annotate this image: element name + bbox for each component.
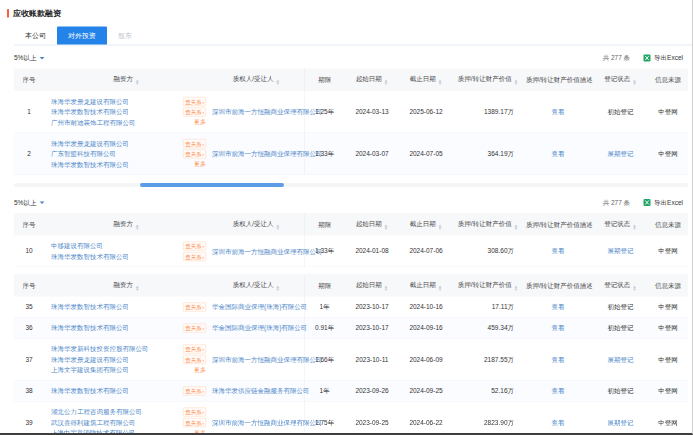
- col-pledgee[interactable]: 质权人/受让人: [209, 213, 304, 236]
- pledgee-link[interactable]: 深圳市前海一方恒融商业保理有限公司: [212, 247, 323, 255]
- financier-link[interactable]: 珠海华发数智技术有限公司: [51, 159, 129, 170]
- financier-link[interactable]: 广州市耐迪装饰工程有限公司: [51, 117, 136, 128]
- sort-icon[interactable]: [632, 285, 636, 291]
- check-relation-tag[interactable]: 查关系: [183, 97, 206, 106]
- pledgee-link[interactable]: 深圳市前海一方恒融商业保理有限公司: [212, 419, 323, 427]
- financier-link[interactable]: 珠海华发数智技术有限公司: [51, 107, 129, 118]
- check-relation-tag[interactable]: 查关系: [183, 139, 206, 148]
- col-end-date[interactable]: 截止日期: [399, 69, 453, 92]
- more-link[interactable]: 更多: [194, 365, 206, 376]
- sort-icon[interactable]: [135, 285, 139, 291]
- financier-link[interactable]: 珠海华发数智技术有限公司: [51, 251, 129, 262]
- status-link[interactable]: 展期登记: [608, 150, 634, 158]
- sort-icon[interactable]: [384, 224, 388, 230]
- sort-icon[interactable]: [514, 224, 518, 230]
- filter-dropdown[interactable]: 5%以上: [14, 198, 44, 207]
- sort-icon[interactable]: [514, 285, 518, 291]
- financier-link[interactable]: 珠海华发景龙建设有限公司: [51, 138, 129, 149]
- view-link[interactable]: 查看: [552, 150, 565, 158]
- financier-line: 珠海华发数智技术有限公司查关系: [51, 323, 206, 334]
- col-financier[interactable]: 融资方: [44, 213, 209, 236]
- sort-icon[interactable]: [438, 285, 442, 291]
- financier-link[interactable]: 中移建设有限公司: [51, 241, 103, 252]
- sort-icon[interactable]: [514, 79, 518, 85]
- sort-icon[interactable]: [632, 224, 636, 230]
- col-status[interactable]: 登记状态: [593, 274, 648, 297]
- export-excel-button[interactable]: 导出Excel: [643, 198, 683, 207]
- financier-link[interactable]: 上海中宇意消防技术有限公司: [51, 428, 136, 435]
- status-link[interactable]: 展期登记: [608, 355, 634, 363]
- view-link[interactable]: 查看: [552, 324, 565, 332]
- tab-shareholder[interactable]: 股东: [107, 27, 143, 45]
- col-value[interactable]: 质押/转让财产价值: [453, 274, 523, 297]
- sort-icon[interactable]: [276, 79, 280, 85]
- sort-icon[interactable]: [384, 79, 388, 85]
- more-link[interactable]: 更多: [194, 159, 206, 170]
- sort-icon[interactable]: [276, 224, 280, 230]
- col-pledgee[interactable]: 质权人/受让人: [209, 274, 304, 297]
- view-link[interactable]: 查看: [552, 355, 565, 363]
- col-end-date[interactable]: 截止日期: [399, 274, 453, 297]
- more-link[interactable]: 更多: [194, 117, 206, 128]
- col-start-date[interactable]: 起始日期: [345, 274, 399, 297]
- col-value[interactable]: 质押/转让财产价值: [453, 69, 523, 92]
- financier-link[interactable]: 珠海华发景龙建设有限公司: [51, 354, 129, 365]
- check-relation-tag[interactable]: 查关系: [183, 149, 206, 158]
- view-link[interactable]: 查看: [552, 303, 565, 311]
- check-relation-tag[interactable]: 查关系: [183, 107, 206, 116]
- financier-link[interactable]: 珠海华发数智技术有限公司: [51, 323, 129, 334]
- col-pledgee[interactable]: 质权人/受让人: [209, 69, 304, 92]
- col-start-date[interactable]: 起始日期: [345, 213, 399, 236]
- check-relation-tag[interactable]: 查关系: [183, 407, 206, 416]
- more-link[interactable]: 更多: [194, 428, 206, 435]
- financier-link[interactable]: 上海文宇建设集团有限公司: [51, 365, 129, 376]
- col-status[interactable]: 登记状态: [593, 213, 648, 236]
- check-relation-tag[interactable]: 查关系: [183, 418, 206, 427]
- view-link[interactable]: 查看: [552, 418, 565, 426]
- col-end-date[interactable]: 截止日期: [399, 213, 453, 236]
- col-financier[interactable]: 融资方: [44, 69, 209, 92]
- pledgee-link[interactable]: 深圳市前海一方恒融商业保理有限公司: [212, 108, 323, 116]
- status-link[interactable]: 展期登记: [608, 247, 634, 255]
- col-start-date[interactable]: 起始日期: [345, 69, 399, 92]
- col-financier[interactable]: 融资方: [44, 274, 209, 297]
- check-relation-tag[interactable]: 查关系: [183, 241, 206, 250]
- check-relation-tag[interactable]: 查关系: [183, 386, 206, 395]
- financier-link[interactable]: 湖北公力工程咨询服务有限公司: [51, 407, 142, 418]
- pledgee-link[interactable]: 深圳市前海一方恒融商业保理有限公司: [212, 356, 323, 364]
- horizontal-scrollbar[interactable]: [14, 183, 688, 187]
- view-link[interactable]: 查看: [552, 387, 565, 395]
- col-value[interactable]: 质押/转让财产价值: [453, 213, 523, 236]
- export-excel-button[interactable]: 导出Excel: [643, 54, 683, 63]
- financier-link[interactable]: 珠海华发景龙建设有限公司: [51, 96, 129, 107]
- sort-icon[interactable]: [135, 224, 139, 230]
- sort-icon[interactable]: [438, 224, 442, 230]
- pledgee-link[interactable]: 深圳市前海一方恒融商业保理有限公司: [212, 150, 323, 158]
- check-relation-tag[interactable]: 查关系: [183, 355, 206, 364]
- sort-icon[interactable]: [632, 79, 636, 85]
- check-relation-tag[interactable]: 查关系: [183, 344, 206, 353]
- tab-company[interactable]: 本公司: [14, 27, 57, 45]
- pledgee-link[interactable]: 华金国际商业保理(珠海)有限公司: [212, 324, 307, 332]
- check-relation-tag[interactable]: 查关系: [183, 323, 206, 332]
- sort-icon[interactable]: [384, 285, 388, 291]
- status-link[interactable]: 展期登记: [608, 418, 634, 426]
- tab-external-investment[interactable]: 对外投资: [57, 27, 107, 45]
- sort-icon[interactable]: [276, 285, 280, 291]
- view-link[interactable]: 查看: [552, 108, 565, 116]
- col-status[interactable]: 登记状态: [593, 69, 648, 92]
- sort-icon[interactable]: [135, 79, 139, 85]
- financier-link[interactable]: 广东智盟科技有限公司: [51, 149, 116, 160]
- check-relation-tag[interactable]: 查关系: [183, 302, 206, 311]
- sort-icon[interactable]: [438, 79, 442, 85]
- scrollbar-thumb[interactable]: [140, 183, 284, 187]
- pledgee-link[interactable]: 珠海华发供应链金融服务有限公司: [212, 387, 310, 395]
- financier-link[interactable]: 珠海华发数智技术有限公司: [51, 386, 129, 397]
- pledgee-link[interactable]: 华金国际商业保理(珠海)有限公司: [212, 303, 307, 311]
- financier-link[interactable]: 珠海华发新科技投资控股有限公司: [51, 344, 149, 355]
- view-link[interactable]: 查看: [552, 247, 565, 255]
- check-relation-tag[interactable]: 查关系: [183, 252, 206, 261]
- financier-link[interactable]: 珠海华发数智技术有限公司: [51, 302, 129, 313]
- filter-dropdown[interactable]: 5%以上: [14, 54, 44, 63]
- financier-link[interactable]: 武汉喜得利建筑工程有限公司: [51, 417, 136, 428]
